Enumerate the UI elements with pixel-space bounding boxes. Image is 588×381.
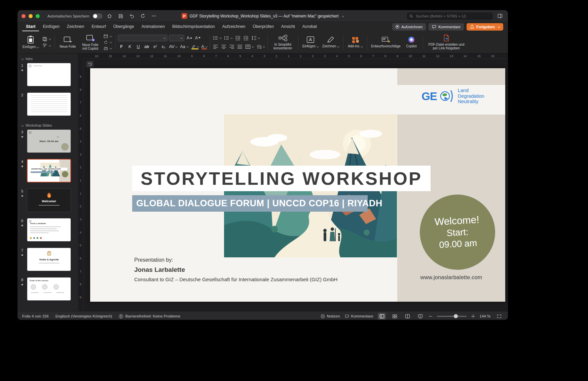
slide-thumbnail-7[interactable]: Goals & Agenda (27, 248, 71, 271)
slide-subtitle-box[interactable]: GLOBAL DIALOGUE FORUM | UNCCD COP16 | RI… (132, 195, 368, 212)
increase-indent-button[interactable] (243, 35, 249, 41)
ribbon-tab[interactable]: Ansicht (278, 22, 299, 31)
record-button[interactable]: Aufzeichnen (392, 23, 426, 31)
font-name-select[interactable] (118, 35, 168, 41)
ribbon-tab[interactable]: Start (22, 22, 39, 31)
draw-button[interactable]: Zeichnen (321, 35, 340, 49)
section-button[interactable] (103, 46, 112, 51)
italic-button[interactable]: K (126, 43, 133, 50)
grow-font-button[interactable]: A (186, 35, 193, 41)
horizontal-ruler[interactable]: 1615141312111098765432112345678910111213… (83, 53, 508, 59)
accessibility-status[interactable]: Barrierefreiheit: Keine Probleme (119, 314, 180, 319)
slide-thumbnail-2[interactable] (27, 92, 71, 116)
comments-toggle-button[interactable]: Kommentare (345, 314, 373, 319)
ribbon-tab[interactable]: Zeichnen (63, 22, 88, 31)
underline-button[interactable]: U (135, 43, 142, 50)
ribbon-tab[interactable]: Überprüfen (249, 22, 278, 31)
create-pdf-button[interactable]: PDF-Datei erstellen und per Link freigeb… (426, 34, 467, 51)
slideshow-view-button[interactable] (416, 313, 424, 320)
zoom-out-button[interactable] (429, 314, 432, 318)
slide-editing-surface[interactable]: GE Land Degradation Neutrality (90, 68, 505, 302)
font-size-select[interactable] (169, 35, 184, 41)
search-input[interactable] (415, 14, 490, 18)
undo-button[interactable] (128, 12, 136, 20)
ribbon-tab[interactable]: Aufzeichnen (218, 22, 249, 31)
ribbon-tab[interactable]: Entwurf (88, 22, 109, 31)
comments-button[interactable]: Kommentare (429, 23, 464, 31)
slide-thumbnail-6[interactable]: Jonas Larbalette (27, 218, 71, 242)
copilot-button[interactable]: Copilot (403, 35, 420, 49)
search-field[interactable] (407, 12, 493, 20)
ribbon-tab[interactable]: Übergänge (110, 22, 138, 31)
format-painter-button[interactable] (42, 43, 51, 48)
strikethrough-button[interactable]: ab (143, 43, 150, 50)
slide-thumbnail-3[interactable]: Start: 09.00 am (27, 129, 71, 153)
slide-thumbnail-1[interactable] (27, 63, 71, 86)
ribbon-tab[interactable]: Bildschirmpräsentation (169, 22, 218, 31)
paste-button[interactable]: Einfügen (21, 35, 40, 50)
reading-view-button[interactable] (403, 313, 411, 320)
new-slide-copilot-button[interactable]: Neue Folie mit Copilot (79, 33, 101, 51)
zoom-window-button[interactable] (36, 14, 40, 18)
document-title-area[interactable]: P GDF Storytelling Workshop_Workshop Sli… (182, 13, 344, 19)
save-button[interactable] (117, 12, 125, 20)
bullets-button[interactable] (212, 35, 222, 41)
new-slide-button[interactable]: Neue Folie (58, 35, 77, 49)
slide-thumbnail-4-selected[interactable]: STORYTELLING WORKSHOP (27, 159, 71, 182)
text-direction-button[interactable] (256, 43, 265, 50)
superscript-button[interactable]: x² (151, 43, 158, 50)
zoom-in-button[interactable] (471, 314, 475, 318)
justify-button[interactable] (236, 43, 243, 50)
language-button[interactable]: Englisch (Vereinigtes Königreich) (56, 314, 112, 318)
insert-button[interactable]: Einfügen (301, 35, 320, 49)
ldn-logo[interactable]: GE Land Degradation Neutrality (421, 88, 484, 104)
shrink-font-button[interactable]: A (194, 35, 201, 41)
layout-button[interactable] (103, 34, 112, 39)
character-spacing-button[interactable]: AV (168, 43, 178, 50)
slide-thumbnail-5[interactable]: Welcome! (27, 188, 71, 212)
numbering-button[interactable] (223, 35, 233, 41)
autosave-toggle[interactable] (93, 13, 103, 19)
notes-button[interactable]: Notizen (321, 314, 340, 319)
bold-button[interactable]: F (118, 43, 125, 50)
share-button[interactable]: Freigeben (467, 23, 503, 31)
section-header-intro[interactable]: Intro (17, 55, 78, 63)
convert-smartart-button[interactable]: In SmartArt konvertieren (271, 34, 295, 51)
font-color-button[interactable]: A (201, 43, 208, 50)
change-case-button[interactable]: Aa (179, 43, 189, 50)
home-button[interactable] (106, 12, 114, 20)
section-header-workshop[interactable]: Workshop Slides (17, 122, 78, 129)
sidebar-toggle-button[interactable] (496, 12, 504, 20)
slide-sorter-view-button[interactable] (391, 313, 399, 320)
line-spacing-button[interactable] (251, 35, 260, 41)
zoom-level[interactable]: 144 % (479, 314, 490, 318)
canvas-tool-badge[interactable] (86, 61, 94, 68)
vertical-ruler[interactable]: 987654321123456789 (78, 59, 83, 311)
decrease-indent-button[interactable] (234, 35, 241, 41)
ribbon-tab[interactable]: Animationen (138, 22, 169, 31)
ribbon-tab[interactable]: Einfügen (39, 22, 63, 31)
zoom-slider-knob[interactable] (454, 314, 458, 318)
copy-button[interactable] (42, 36, 51, 42)
close-window-button[interactable] (22, 14, 26, 18)
minimize-window-button[interactable] (29, 14, 33, 18)
zoom-slider[interactable] (437, 316, 467, 317)
redo-button[interactable] (139, 12, 147, 20)
align-right-button[interactable] (228, 43, 235, 50)
highlight-color-button[interactable] (190, 43, 199, 50)
slide-thumbnail-8[interactable]: Goals of this session (27, 277, 71, 301)
subscript-button[interactable]: x₂ (160, 43, 167, 50)
more-commands-button[interactable] (150, 12, 158, 20)
presenter-block[interactable]: Presentation by: Jonas Larbalette Consul… (134, 257, 337, 282)
align-text-button[interactable] (245, 43, 254, 50)
addins-button[interactable]: Add-Ins (346, 35, 364, 49)
ribbon-tab[interactable]: Acrobat (299, 22, 321, 31)
reset-slide-button[interactable] (103, 40, 112, 45)
align-center-button[interactable] (220, 43, 227, 50)
normal-view-button[interactable] (378, 313, 386, 320)
fit-to-window-button[interactable] (495, 313, 503, 320)
slide-title-box[interactable]: STORYTELLING WORKSHOP (132, 166, 431, 191)
website-text[interactable]: www.jonaslarbalette.com (397, 274, 505, 281)
design-ideas-button[interactable]: Entwurfsvorschläge (370, 35, 401, 49)
align-left-button[interactable] (212, 43, 219, 50)
